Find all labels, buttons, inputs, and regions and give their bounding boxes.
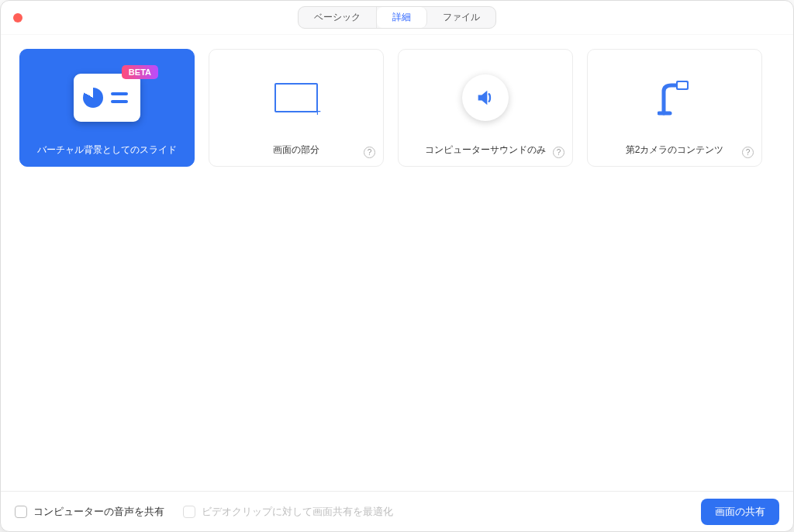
option-virtual-background-slide[interactable]: BETA バーチャル背景としてのスライド — [19, 49, 195, 167]
checkbox-icon — [15, 506, 27, 518]
screen-portion-icon — [209, 50, 383, 140]
tab-advanced[interactable]: 詳細 — [377, 7, 427, 28]
titlebar: ベーシック 詳細 ファイル — [1, 1, 793, 35]
help-icon[interactable]: ? — [364, 147, 375, 158]
checkbox-label: コンピューターの音声を共有 — [33, 505, 164, 519]
help-icon[interactable]: ? — [742, 147, 754, 158]
option-label: 第2カメラのコンテンツ — [621, 140, 729, 157]
document-camera-icon — [588, 50, 761, 140]
help-icon[interactable]: ? — [553, 147, 564, 158]
option-label: バーチャル背景としてのスライド — [33, 140, 181, 157]
checkbox-optimize-video-clip: ビデオクリップに対して画面共有を最適化 — [183, 505, 393, 519]
share-options-grid: BETA バーチャル背景としてのスライド 画面の部分 ? — [1, 35, 793, 491]
checkbox-share-computer-audio[interactable]: コンピューターの音声を共有 — [15, 505, 164, 519]
option-screen-portion[interactable]: 画面の部分 ? — [209, 49, 384, 167]
share-screen-window: ベーシック 詳細 ファイル BETA バーチャル背景としてのスライド 画面の部分… — [0, 0, 794, 532]
close-window-button[interactable] — [13, 13, 22, 22]
checkbox-icon — [183, 506, 195, 518]
beta-badge: BETA — [122, 65, 158, 79]
tab-basic[interactable]: ベーシック — [299, 7, 377, 28]
tab-segmented-control: ベーシック 詳細 ファイル — [298, 6, 496, 29]
svg-rect-1 — [678, 82, 687, 88]
option-computer-sound-only[interactable]: コンピューターサウンドのみ ? — [398, 49, 573, 167]
footer-bar: コンピューターの音声を共有 ビデオクリップに対して画面共有を最適化 画面の共有 — [1, 491, 793, 531]
tab-file[interactable]: ファイル — [427, 7, 495, 28]
checkbox-label: ビデオクリップに対して画面共有を最適化 — [202, 505, 393, 519]
share-button[interactable]: 画面の共有 — [701, 499, 779, 525]
slide-icon — [20, 50, 194, 140]
speaker-icon — [399, 50, 572, 140]
option-label: コンピューターサウンドのみ — [420, 140, 551, 157]
option-second-camera[interactable]: 第2カメラのコンテンツ ? — [587, 49, 762, 167]
option-label: 画面の部分 — [268, 140, 324, 157]
